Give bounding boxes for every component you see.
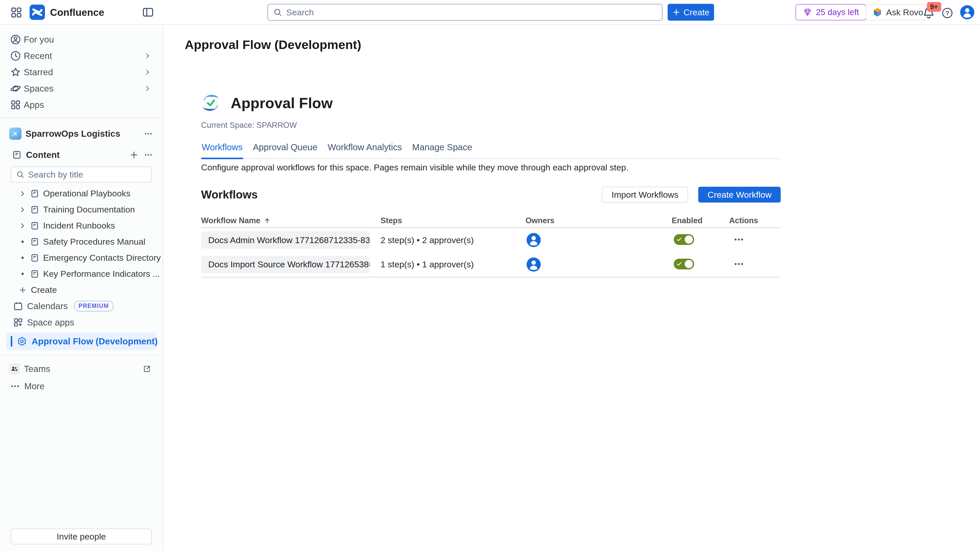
page-label: Operational Playbooks xyxy=(43,189,130,198)
invite-people-button[interactable]: Invite people xyxy=(11,529,152,545)
tab-bar: Workflows Approval Queue Workflow Analyt… xyxy=(201,142,781,159)
app-switcher-icon[interactable] xyxy=(10,6,22,19)
sidebar-item-apps[interactable]: Apps xyxy=(0,97,162,113)
sidebar-item-approval-flow-active[interactable]: Approval Flow (Development) xyxy=(6,333,156,350)
sidebar-item-space-apps[interactable]: Space apps xyxy=(0,314,162,330)
chevron-right-icon xyxy=(144,52,151,60)
content-search-input[interactable] xyxy=(28,170,147,179)
content-search xyxy=(11,167,152,183)
chevron-right-icon xyxy=(144,68,151,76)
calendars-label: Calendars xyxy=(27,301,68,311)
sidebar-page-training-documentation[interactable]: Training Documentation xyxy=(0,202,162,218)
search-icon xyxy=(273,8,282,17)
rovo-logo-icon xyxy=(872,7,883,17)
add-content-icon[interactable] xyxy=(129,150,139,160)
teams-label: Teams xyxy=(24,364,138,374)
sidebar-item-recent[interactable]: Recent xyxy=(0,48,162,64)
chevron-right-icon xyxy=(19,190,26,197)
collapse-sidebar-icon[interactable] xyxy=(142,6,154,18)
sidebar-page-operational-playbooks[interactable]: Operational Playbooks xyxy=(0,186,162,202)
tab-workflow-analytics[interactable]: Workflow Analytics xyxy=(327,142,402,159)
create-workflow-button[interactable]: Create Workflow xyxy=(698,187,781,203)
approval-flow-app-icon xyxy=(201,93,221,113)
tab-workflows[interactable]: Workflows xyxy=(201,142,243,159)
sidebar-item-starred[interactable]: Starred xyxy=(0,64,162,80)
owner-avatar xyxy=(525,256,672,273)
content-section-header[interactable]: Content xyxy=(0,147,162,162)
ellipsis-icon xyxy=(10,381,20,391)
gem-icon xyxy=(803,7,812,17)
sidebar-item-calendars[interactable]: Calendars PREMIUM xyxy=(0,298,162,314)
enabled-toggle[interactable] xyxy=(674,234,694,245)
row-actions-icon[interactable] xyxy=(733,234,749,245)
table-row: Docs Import Source Workflow 17712653804.… xyxy=(201,252,781,278)
content-icon xyxy=(12,150,22,160)
trial-days-left-button[interactable]: 25 days left xyxy=(795,4,866,21)
sidebar-page-incident-runbooks[interactable]: Incident Runbooks xyxy=(0,218,162,233)
page-label: Training Documentation xyxy=(43,205,135,214)
clock-icon xyxy=(10,50,21,62)
import-workflows-button[interactable]: Import Workflows xyxy=(602,187,688,203)
row-actions-icon[interactable] xyxy=(733,259,749,270)
sidebar-page-safety-procedures-manual[interactable]: Safety Procedures Manual xyxy=(0,233,162,250)
app-name: Confluence xyxy=(50,7,104,18)
plus-icon xyxy=(19,286,27,294)
enabled-toggle[interactable] xyxy=(674,259,694,269)
workflows-section-header: Workflows Import Workflows Create Workfl… xyxy=(201,187,781,203)
tab-manage-space[interactable]: Manage Space xyxy=(412,142,473,159)
content-more-icon[interactable] xyxy=(143,150,153,160)
sidebar-create-page[interactable]: Create xyxy=(0,282,162,298)
main-content: Approval Flow (Development) xyxy=(164,25,980,551)
page-icon xyxy=(30,205,40,214)
sidebar-item-label: Recent xyxy=(24,51,52,61)
page-label: Emergency Contacts Directory xyxy=(43,253,161,263)
tab-approval-queue[interactable]: Approval Queue xyxy=(252,142,318,159)
calendar-icon xyxy=(13,301,24,311)
premium-badge: PREMIUM xyxy=(74,301,114,311)
confluence-logo-icon[interactable] xyxy=(30,5,45,20)
space-apps-label: Space apps xyxy=(27,318,74,327)
user-avatar[interactable] xyxy=(959,4,975,21)
plus-icon xyxy=(672,8,680,16)
workflows-table: Workflow Name Steps Owners Enabled Actio… xyxy=(201,214,781,278)
more-label: More xyxy=(24,381,45,391)
grid-plus-icon xyxy=(13,317,24,328)
sidebar-item-spaces[interactable]: Spaces xyxy=(0,80,162,97)
tab-description: Configure approval workflows for this sp… xyxy=(201,162,781,172)
external-link-icon xyxy=(143,365,151,373)
apps-grid-icon xyxy=(10,99,21,110)
page-label: Incident Runbooks xyxy=(43,221,115,230)
svg-text:?: ? xyxy=(945,10,950,17)
workflow-name-link[interactable]: Docs Import Source Workflow 17712653804.… xyxy=(201,256,369,273)
help-icon[interactable]: ? xyxy=(941,7,953,19)
table-header-row: Workflow Name Steps Owners Enabled Actio… xyxy=(201,214,781,228)
toggle-knob xyxy=(685,235,693,244)
teams-icon xyxy=(9,363,20,375)
create-button[interactable]: Create xyxy=(668,4,714,21)
page-icon xyxy=(30,253,40,263)
sidebar-item-label: Apps xyxy=(24,100,44,110)
check-icon xyxy=(676,261,682,267)
column-header-owners: Owners xyxy=(525,216,672,225)
active-indicator-bar xyxy=(11,336,12,347)
sidebar-item-teams[interactable]: Teams xyxy=(0,360,162,378)
sidebar-item-for-you[interactable]: For you xyxy=(0,32,162,48)
ask-rovo-button[interactable]: Ask Rovo xyxy=(865,4,930,21)
space-header[interactable]: ✈ SparrowOps Logistics xyxy=(0,123,162,144)
sidebar-item-more[interactable]: More xyxy=(0,378,162,394)
app-title: Approval Flow xyxy=(231,94,333,111)
app-header: Approval Flow xyxy=(201,93,781,113)
sidebar-item-label: Spaces xyxy=(24,83,54,94)
sort-ascending-icon xyxy=(263,217,271,224)
page-title: Approval Flow (Development) xyxy=(185,38,980,52)
workflow-name-link[interactable]: Docs Admin Workflow 1771268712335-83113 xyxy=(201,231,369,249)
space-more-icon[interactable] xyxy=(143,129,153,139)
space-name: SparrowOps Logistics xyxy=(25,129,139,139)
chevron-right-icon xyxy=(19,222,26,230)
search-input[interactable] xyxy=(286,7,657,17)
sidebar-page-key-performance-indicators[interactable]: Key Performance Indicators ... xyxy=(0,266,162,282)
sidebar-page-emergency-contacts-directory[interactable]: Emergency Contacts Directory xyxy=(0,250,162,266)
workflow-steps: 1 step(s) • 1 approver(s) xyxy=(380,259,525,269)
column-header-workflow-name[interactable]: Workflow Name xyxy=(201,216,380,225)
top-bar: Confluence Create 25 days left Ask Rovo xyxy=(0,0,980,25)
